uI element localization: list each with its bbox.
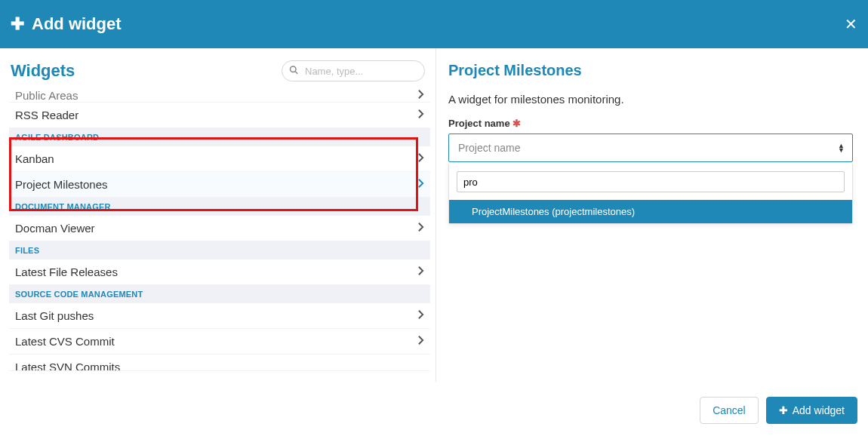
chevron-right-icon	[417, 178, 424, 191]
modal-body: Widgets Public Areas RSS Reader AGILE DA…	[0, 48, 868, 382]
chevron-right-icon	[417, 152, 424, 165]
modal-footer: Cancel ✚ Add widget	[0, 382, 868, 439]
widget-item[interactable]: Public Areas	[9, 89, 430, 103]
widget-item-label: Latest SVN Commits	[15, 361, 120, 371]
sort-arrows-icon: ▲▼	[838, 143, 845, 152]
widgets-heading: Widgets	[11, 61, 75, 81]
chevron-right-icon	[417, 109, 424, 121]
widget-item-label: Latest File Releases	[15, 266, 118, 278]
search-icon	[289, 66, 298, 77]
add-widget-button-label: Add widget	[793, 404, 845, 416]
widget-item-selected[interactable]: Project Milestones	[9, 172, 430, 198]
category-header: SOURCE CODE MANAGEMENT	[9, 285, 430, 303]
chevron-right-icon	[417, 335, 424, 348]
field-label-text: Project name	[448, 118, 510, 129]
category-header: FILES	[9, 241, 430, 259]
dropdown-option-label: ProjectMilestones (projectmilestones)	[472, 206, 635, 217]
svg-point-0	[291, 66, 297, 72]
chevron-right-icon	[417, 309, 424, 322]
field-label: Project name ✱	[448, 118, 853, 129]
widget-item[interactable]: Latest File Releases	[9, 259, 430, 285]
detail-description: A widget for milestones monitoring.	[448, 93, 853, 106]
widget-item[interactable]: Kanban	[9, 146, 430, 172]
dropdown-panel: ProjectMilestones (projectmilestones)	[448, 164, 853, 224]
widgets-list[interactable]: Public Areas RSS Reader AGILE DASHBOARD …	[9, 89, 430, 373]
widgets-heading-row: Widgets	[0, 48, 436, 89]
close-icon[interactable]: ✕	[845, 15, 857, 33]
add-widget-button[interactable]: ✚ Add widget	[766, 397, 857, 424]
widget-item[interactable]: Docman Viewer	[9, 216, 430, 241]
search-wrap	[282, 60, 425, 81]
detail-title: Project Milestones	[448, 62, 853, 79]
widget-item[interactable]: RSS Reader	[9, 103, 430, 128]
project-name-select[interactable]: Project name ▲▼	[448, 134, 853, 162]
widget-item[interactable]: Latest SVN Commits	[9, 355, 430, 371]
widget-item[interactable]: Last Git pushes	[9, 303, 430, 329]
dropdown-search-wrap	[449, 164, 852, 200]
modal-header: ✚ Add widget ✕	[0, 0, 868, 48]
widget-item[interactable]: Latest CVS Commit	[9, 329, 430, 355]
plus-icon: ✚	[779, 404, 788, 416]
dropdown-search-input[interactable]	[457, 171, 845, 192]
svg-line-1	[295, 72, 297, 74]
chevron-right-icon	[417, 266, 424, 278]
modal-title: ✚ Add widget	[11, 14, 122, 34]
cancel-button-label: Cancel	[713, 404, 746, 416]
widget-item-label: Kanban	[15, 152, 54, 165]
widget-item-label: Docman Viewer	[15, 222, 95, 235]
widgets-panel: Widgets Public Areas RSS Reader AGILE DA…	[0, 48, 436, 382]
cancel-button[interactable]: Cancel	[700, 397, 759, 424]
widget-item-label: Public Areas	[15, 89, 78, 102]
select-placeholder: Project name	[458, 142, 520, 154]
required-asterisk: ✱	[512, 118, 521, 129]
widget-item-label: Project Milestones	[15, 178, 108, 191]
dropdown-option[interactable]: ProjectMilestones (projectmilestones)	[449, 200, 852, 223]
widget-item-label: RSS Reader	[15, 109, 78, 121]
plus-icon: ✚	[11, 14, 24, 34]
widget-item-label: Last Git pushes	[15, 309, 94, 322]
widget-item-label: Latest CVS Commit	[15, 335, 115, 348]
widget-detail-panel: Project Milestones A widget for mileston…	[436, 48, 868, 382]
modal-title-text: Add widget	[32, 14, 122, 34]
category-header: DOCUMENT MANAGER	[9, 198, 430, 216]
chevron-right-icon	[417, 89, 424, 102]
category-header: AGILE DASHBOARD	[9, 128, 430, 146]
chevron-right-icon	[417, 222, 424, 235]
search-input[interactable]	[282, 60, 425, 81]
